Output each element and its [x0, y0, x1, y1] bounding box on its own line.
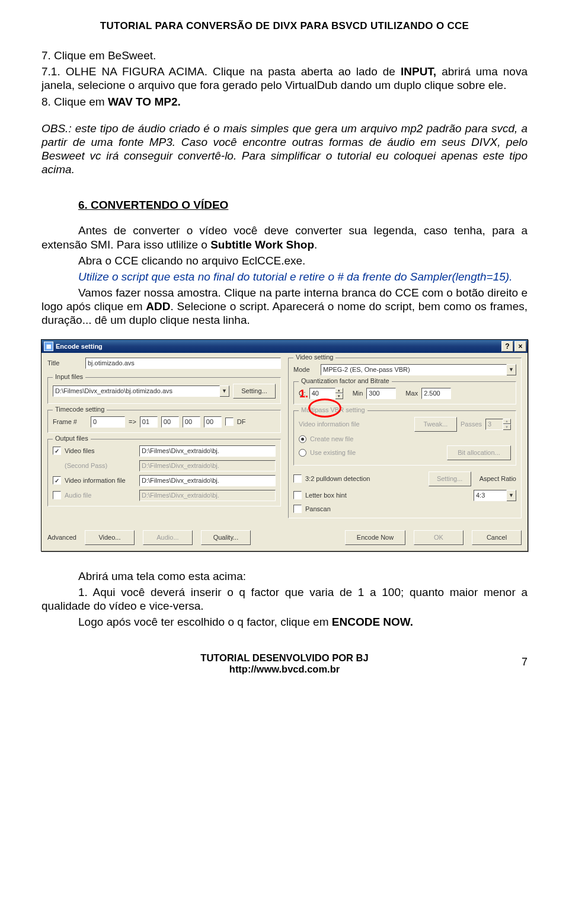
title-input[interactable]: bj.otimizado.avs	[85, 358, 281, 369]
tc-field-2[interactable]: 00	[161, 416, 179, 428]
passes-label: Passes	[461, 420, 482, 428]
pulldown-checkbox[interactable]	[293, 474, 302, 483]
s6-p2: Abra o CCE clicando no arquivo EclCCE.ex…	[41, 254, 528, 267]
audio-file-path: D:\Filmes\Divx_extraido\bj.	[139, 490, 276, 501]
video-files-path[interactable]: D:\Filmes\Divx_extraido\bj.	[139, 445, 276, 457]
keyword-encode-now: ENCODE NOW.	[332, 616, 413, 628]
panscan-checkbox[interactable]	[293, 505, 302, 513]
multipass-group: Multipass VBR setting Video information …	[293, 410, 516, 466]
audio-file-checkbox[interactable]	[53, 491, 61, 499]
group-legend: Video setting	[293, 353, 335, 361]
close-button[interactable]: ×	[514, 341, 526, 352]
keyword-wav-to-mp2: WAV TO MP2.	[108, 95, 181, 108]
passes-input: 3	[485, 419, 503, 430]
video-files-label: Video files	[65, 447, 136, 454]
text: Logo após você ter escolhido o q factor,…	[78, 616, 332, 628]
obs-paragraph: OBS.: este tipo de áudio criado é o mais…	[41, 122, 528, 177]
after-p1: Abrirá uma tela como esta acima:	[41, 569, 528, 583]
use-existing-radio	[299, 449, 306, 457]
page-footer: TUTORIAL DESENVOLVIDO POR BJ http://www.…	[41, 652, 528, 675]
max-input[interactable]: 2.500	[421, 388, 451, 399]
text: .	[314, 238, 317, 251]
s6-p3: Utilize o script que esta no final do tu…	[41, 270, 528, 283]
group-legend: Input files	[53, 373, 85, 380]
cancel-button[interactable]: Cancel	[472, 530, 522, 545]
tc-field-4[interactable]: 00	[204, 416, 222, 428]
video-info-checkbox[interactable]: ✓	[53, 476, 61, 485]
page-number: 7	[522, 656, 528, 668]
df-label: DF	[237, 418, 246, 425]
passes-spinner: ▲▼	[503, 419, 511, 430]
video-setting-group: Video setting Mode MPEG-2 (ES, One-pass …	[288, 358, 522, 518]
group-legend: Output files	[53, 435, 91, 442]
tc-field-1[interactable]: 01	[140, 416, 158, 428]
q-input[interactable]: 40	[309, 388, 335, 399]
mode-label: Mode	[293, 366, 317, 373]
second-pass-path: D:\Filmes\Divx_extraido\bj.	[139, 460, 276, 471]
help-button[interactable]: ?	[501, 341, 513, 352]
encode-now-button[interactable]: Encode Now	[345, 530, 405, 545]
frame-input[interactable]: 0	[91, 416, 125, 428]
video-info-path[interactable]: D:\Filmes\Divx_extraido\bj.	[139, 475, 276, 486]
step-8: 8. Clique em WAV TO MP2.	[41, 95, 528, 109]
title-label: Title	[47, 359, 82, 367]
section-6-title: 6. CONVERTENDO O VÍDEO	[41, 199, 528, 212]
panscan-label: Panscan	[305, 505, 331, 512]
mode-select[interactable]: MPEG-2 (ES, One-pass VBR)	[321, 364, 507, 375]
min-input[interactable]: 300	[366, 388, 396, 399]
ok-button: OK	[414, 530, 463, 545]
bit-allocation-button: Bit allocation...	[447, 445, 511, 460]
encode-setting-dialog: ▦ Encode setting ? × Title bj.otimizado.…	[41, 339, 528, 552]
input-file-field[interactable]: D:\Filmes\Divx_extraido\bj.otimizado.avs	[53, 385, 220, 397]
create-new-label: Create new file	[310, 435, 353, 442]
footer-line-1: TUTORIAL DESENVOLVIDO POR BJ	[41, 652, 528, 664]
text: 7.1. OLHE NA FIGURA ACIMA. Clique na pas…	[41, 65, 401, 78]
tweak-button: Tweak...	[414, 417, 457, 432]
video-button[interactable]: Video...	[85, 530, 135, 545]
page-header: TUTORIAL PARA CONVERSÃO DE DIVX PARA BSV…	[41, 20, 528, 32]
letterbox-label: Letter box hint	[305, 492, 470, 499]
audio-file-label: Audio file	[65, 492, 136, 499]
tc-field-3[interactable]: 00	[183, 416, 200, 428]
s6-p1: Antes de converter o vídeo você deve con…	[41, 224, 528, 251]
video-files-checkbox[interactable]: ✓	[53, 447, 61, 455]
after-p3: Logo após você ter escolhido o q factor,…	[41, 615, 528, 629]
input-files-group: Input files D:\Filmes\Divx_extraido\bj.o…	[47, 377, 281, 404]
q-spinner[interactable]: ▲▼	[335, 388, 343, 399]
group-legend: Timecode setting	[53, 406, 107, 413]
min-label: Min	[353, 390, 363, 397]
keyword-input: INPUT,	[401, 65, 436, 78]
chevron-down-icon[interactable]: ▼	[220, 385, 229, 397]
dialog-title: Encode setting	[56, 343, 103, 350]
arrow-label: =>	[129, 418, 136, 425]
second-pass-label: (Second Pass)	[65, 462, 136, 469]
create-new-radio	[299, 435, 306, 443]
audio-button: Audio...	[143, 530, 193, 545]
df-checkbox[interactable]	[225, 418, 234, 426]
step-7-1: 7.1. OLHE NA FIGURA ACIMA. Clique na pas…	[41, 65, 528, 92]
aspect-ratio-label: Aspect Ratio	[480, 475, 516, 482]
chevron-down-icon[interactable]: ▼	[507, 490, 516, 501]
video-info-label: Video information file	[65, 477, 136, 484]
keyword-add: ADD	[146, 300, 170, 313]
app-icon: ▦	[44, 342, 53, 351]
after-p2: 1. Aqui você deverá inserir o q factor q…	[41, 585, 528, 613]
text: 8. Clique em	[41, 95, 108, 108]
titlebar[interactable]: ▦ Encode setting ? ×	[41, 340, 528, 353]
step-7: 7. Clique em BeSweet.	[41, 49, 528, 62]
timecode-group: Timecode setting Frame # 0 => 01 00 00 0…	[47, 410, 281, 433]
letterbox-checkbox[interactable]	[293, 491, 302, 499]
quality-button[interactable]: Quality...	[201, 530, 251, 545]
video-info-file-label: Video information file	[299, 420, 411, 428]
footer-line-2: http://www.bvcd.com.br	[41, 664, 528, 675]
input-setting-button[interactable]: Setting...	[233, 384, 276, 399]
keyword-subtitle-work-shop: Subtitle Work Shop	[210, 238, 314, 251]
annotation-number-1: 1.	[299, 388, 308, 400]
max-label: Max	[405, 390, 418, 397]
aspect-ratio-select[interactable]: 4:3	[474, 490, 507, 501]
frame-label: Frame #	[53, 418, 87, 425]
group-legend: Quantization factor and Bitrate	[299, 377, 392, 384]
chevron-down-icon[interactable]: ▼	[507, 364, 516, 375]
pulldown-label: 3:2 pulldown detection	[305, 475, 425, 482]
pulldown-setting-button: Setting...	[429, 471, 471, 486]
